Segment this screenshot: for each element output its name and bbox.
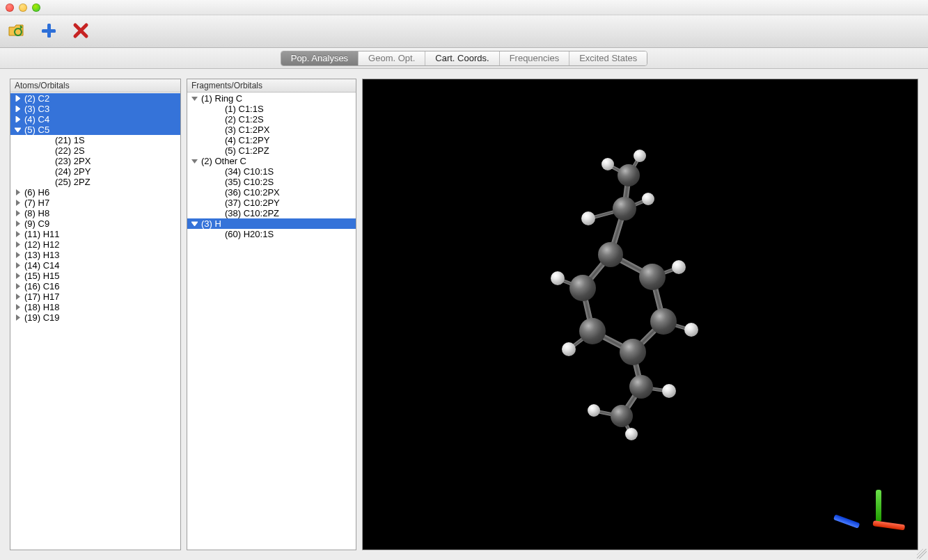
tree-row[interactable]: (38) C10:2PZ	[187, 208, 356, 218]
disclosure-right-icon[interactable]	[13, 262, 22, 270]
disclosure-right-icon[interactable]	[13, 199, 22, 207]
tree-row[interactable]: (36) C10:2PX	[187, 187, 356, 198]
minimize-window-button[interactable]	[19, 3, 27, 12]
disclosure-right-icon[interactable]	[13, 251, 22, 259]
axis-gizmo	[855, 487, 905, 537]
close-window-button[interactable]	[6, 3, 14, 12]
tree-row-label: (6) H6	[23, 187, 49, 198]
disclosure-right-icon[interactable]	[13, 293, 22, 301]
tree-row[interactable]: (37) C10:2PY	[187, 198, 356, 208]
atoms-orbitals-tree[interactable]: (2) C2(3) C3(4) C4(5) C5(21) 1S(22) 2S(2…	[10, 93, 180, 550]
hydrogen-atom	[581, 211, 595, 225]
tree-row-label: (38) C10:2PZ	[223, 208, 279, 218]
disclosure-right-icon[interactable]	[13, 303, 22, 312]
disclosure-down-icon[interactable]	[190, 220, 198, 228]
tree-row[interactable]: (17) H17	[10, 291, 180, 302]
disclosure-right-icon[interactable]	[13, 95, 22, 103]
carbon-atom	[639, 264, 666, 290]
tree-row[interactable]: (5) C1:2PZ	[187, 145, 356, 156]
carbon-atom	[620, 339, 646, 365]
tree-row[interactable]: (2) Other C	[187, 156, 356, 166]
tree-row[interactable]: (12) H12	[10, 239, 180, 250]
tree-row[interactable]: (60) H20:1S	[187, 229, 356, 239]
disclosure-right-icon[interactable]	[13, 105, 22, 113]
tab-frequencies[interactable]: Frequencies	[500, 51, 570, 65]
hydrogen-atom	[684, 323, 698, 337]
tab-geom-opt[interactable]: Geom. Opt.	[359, 51, 425, 65]
tree-row[interactable]: (24) 2PY	[10, 166, 180, 177]
tree-row-label: (25) 2PZ	[54, 177, 91, 187]
tree-row-label: (4) C1:2PY	[223, 135, 269, 145]
tree-row[interactable]: (16) C16	[10, 281, 180, 291]
carbon-atom	[618, 164, 640, 186]
tree-row[interactable]: (2) C1:2S	[187, 114, 356, 125]
fragments-orbitals-tree[interactable]: (1) Ring C(1) C1:1S(2) C1:2S(3) C1:2PX(4…	[187, 93, 356, 550]
tree-row[interactable]: (35) C10:2S	[187, 177, 356, 187]
tab-pop-analyses[interactable]: Pop. Analyses	[281, 51, 359, 65]
hydrogen-atom	[672, 260, 686, 274]
tree-row[interactable]: (25) 2PZ	[10, 177, 180, 187]
titlebar	[0, 0, 928, 15]
tree-row[interactable]: (22) 2S	[10, 145, 180, 156]
tree-row[interactable]: (1) Ring C	[187, 93, 356, 104]
tree-row[interactable]: (3) C3	[10, 104, 180, 114]
molecule-viewer[interactable]	[362, 79, 918, 550]
disclosure-right-icon[interactable]	[13, 220, 22, 228]
plus-icon	[40, 22, 58, 42]
tree-row[interactable]: (11) H11	[10, 229, 180, 239]
disclosure-right-icon[interactable]	[13, 189, 22, 197]
disclosure-down-icon[interactable]	[190, 95, 198, 103]
remove-button[interactable]	[71, 22, 91, 41]
disclosure-right-icon[interactable]	[13, 282, 22, 291]
disclosure-right-icon[interactable]	[13, 272, 22, 280]
disclosure-right-icon[interactable]	[13, 230, 22, 239]
tree-row-label: (13) H13	[23, 250, 60, 260]
x-icon	[72, 22, 90, 42]
tree-row[interactable]: (15) H15	[10, 271, 180, 281]
tree-row-label: (15) H15	[23, 271, 60, 281]
tree-row[interactable]: (5) C5	[10, 125, 180, 135]
open-file-button[interactable]	[7, 22, 26, 41]
tree-row[interactable]: (13) H13	[10, 250, 180, 260]
tree-row[interactable]: (8) H8	[10, 208, 180, 218]
tree-row[interactable]: (21) 1S	[10, 135, 180, 145]
content-area: Atoms/Orbitals (2) C2(3) C3(4) C4(5) C5(…	[0, 69, 928, 560]
axis-z	[833, 514, 860, 529]
tree-row[interactable]: (18) H18	[10, 302, 180, 312]
disclosure-right-icon[interactable]	[13, 241, 22, 249]
tab-excited-states[interactable]: Excited States	[569, 51, 647, 65]
disclosure-down-icon[interactable]	[13, 126, 22, 134]
hydrogen-atom	[551, 271, 565, 285]
tree-row[interactable]: (14) C14	[10, 260, 180, 271]
tree-row[interactable]: (6) H6	[10, 187, 180, 198]
tree-row[interactable]: (4) C1:2PY	[187, 135, 356, 145]
tab-cart-coords[interactable]: Cart. Coords.	[425, 51, 499, 65]
hydrogen-atom	[634, 150, 646, 162]
tab-segmented-control: Pop. AnalysesGeom. Opt.Cart. Coords.Freq…	[281, 51, 648, 66]
tree-row[interactable]: (2) C2	[10, 93, 180, 104]
tree-row-label: (37) C10:2PY	[223, 198, 280, 208]
tree-row[interactable]: (23) 2PX	[10, 156, 180, 166]
tree-row[interactable]: (3) H	[187, 218, 356, 229]
hydrogen-atom	[625, 428, 638, 440]
resize-grip[interactable]	[917, 549, 927, 559]
tree-row[interactable]: (9) C9	[10, 218, 180, 229]
disclosure-right-icon[interactable]	[13, 314, 22, 322]
tree-row-label: (36) C10:2PX	[223, 187, 280, 198]
tree-row[interactable]: (34) C10:1S	[187, 166, 356, 177]
tree-row[interactable]: (7) H7	[10, 198, 180, 208]
tree-row[interactable]: (1) C1:1S	[187, 104, 356, 114]
disclosure-right-icon[interactable]	[13, 209, 22, 218]
disclosure-down-icon[interactable]	[190, 157, 198, 166]
tree-row[interactable]: (19) C19	[10, 312, 180, 323]
tree-row-label: (11) H11	[23, 229, 60, 239]
add-button[interactable]	[39, 22, 58, 41]
tree-row[interactable]: (3) C1:2PX	[187, 125, 356, 135]
tree-row[interactable]: (4) C4	[10, 114, 180, 125]
app-window: Pop. AnalysesGeom. Opt.Cart. Coords.Freq…	[0, 0, 928, 560]
tree-row-label: (2) C2	[23, 93, 49, 104]
tree-row-label: (8) H8	[23, 208, 49, 218]
disclosure-right-icon[interactable]	[13, 115, 22, 124]
zoom-window-button[interactable]	[32, 3, 40, 12]
tree-row-label: (5) C5	[23, 125, 49, 135]
